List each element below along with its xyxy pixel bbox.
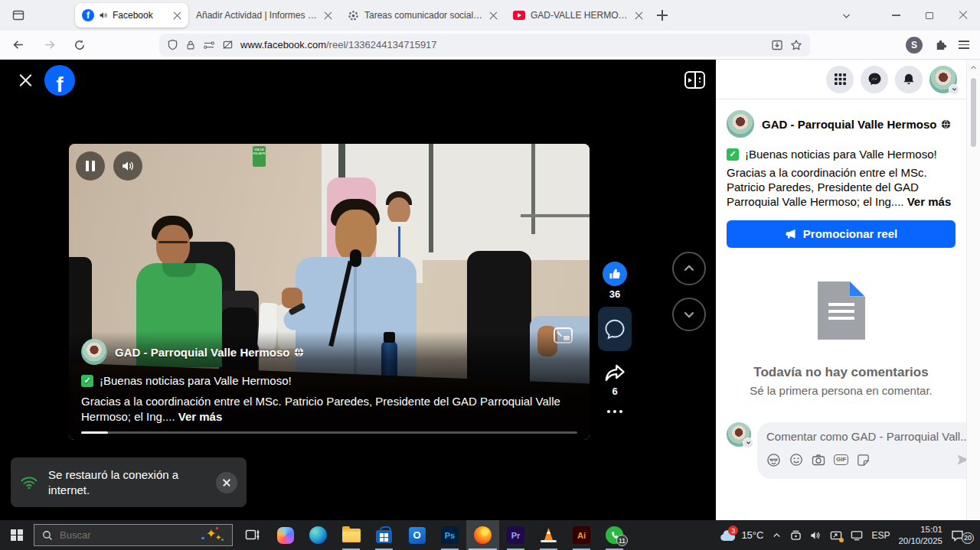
facebook-logo[interactable]: f (44, 65, 75, 96)
account-avatar[interactable] (929, 66, 957, 93)
permissions-icon[interactable] (203, 40, 215, 50)
page-avatar[interactable] (727, 110, 754, 138)
taskbar-icon-photoshop[interactable]: Ps (433, 520, 466, 550)
composer-chevron-icon[interactable] (743, 438, 753, 448)
new-tab-button[interactable] (657, 10, 668, 21)
scrollbar-thumb[interactable] (971, 78, 976, 147)
like-button[interactable] (603, 262, 627, 286)
promote-reel-button[interactable]: Promocionar reel (727, 220, 956, 248)
tray-cast-icon[interactable] (830, 530, 842, 541)
tab-title: Facebook (113, 10, 168, 21)
pause-button[interactable] (76, 151, 105, 181)
taskbar-icon-firefox[interactable] (466, 520, 499, 550)
taskbar-icon-vlc[interactable] (532, 520, 565, 550)
url-text[interactable]: www.facebook.com/reel/1336244134715917 (240, 39, 437, 50)
notifications-button[interactable] (895, 66, 923, 93)
bookmark-star-icon[interactable] (790, 39, 802, 51)
firefox-view-icon[interactable] (8, 5, 29, 26)
start-button[interactable] (0, 520, 34, 550)
close-reel-icon[interactable] (18, 73, 33, 88)
back-button[interactable] (6, 34, 31, 57)
sticker-icon[interactable] (857, 454, 870, 467)
taskbar-icon-file-explorer[interactable] (335, 520, 368, 550)
weather-widget[interactable]: 3 15°C (719, 529, 763, 542)
previous-reel-button[interactable] (672, 252, 706, 285)
taskbar-icon-copilot[interactable] (269, 520, 302, 550)
tab-facebook[interactable]: f Facebook (75, 3, 188, 28)
reel-stage: f VIA DE ESCAPE (0, 60, 716, 520)
escape-route-sign: VIA DE ESCAPE (253, 146, 266, 167)
page-avatar[interactable] (81, 339, 107, 365)
reload-button[interactable] (67, 34, 92, 57)
tab-close-icon[interactable] (324, 11, 332, 20)
share-button[interactable] (603, 362, 626, 383)
taskbar-icon-outlook[interactable]: O (400, 520, 433, 550)
search-input[interactable] (60, 529, 194, 541)
composer-avatar[interactable] (727, 422, 751, 447)
toggle-sidebar-icon[interactable] (684, 71, 705, 89)
emoji-icon[interactable] (789, 453, 803, 467)
tab-close-icon[interactable] (173, 11, 181, 20)
menu-hamburger-icon[interactable] (959, 41, 969, 49)
action-center-button[interactable]: 20 (951, 526, 974, 545)
tab-close-icon[interactable] (489, 11, 498, 20)
volume-button[interactable] (113, 151, 142, 181)
tray-chevron-icon[interactable] (772, 530, 782, 540)
toast-close-button[interactable] (216, 472, 237, 493)
next-reel-button[interactable] (672, 298, 706, 331)
taskbar-icon-illustrator[interactable]: Ai (565, 520, 598, 550)
tab-audio-icon[interactable] (99, 11, 108, 20)
taskbar-icon-edge[interactable] (302, 520, 335, 550)
grid-icon (834, 73, 847, 86)
comment-input[interactable]: Comentar como GAD - Parroquial Vall... G… (757, 422, 979, 479)
window-maximize-button[interactable] (913, 0, 946, 31)
messenger-button[interactable] (861, 66, 888, 93)
window-close-button[interactable] (946, 0, 980, 31)
tab-close-icon[interactable] (635, 11, 643, 20)
tracking-shield-icon[interactable] (167, 39, 178, 50)
reel-video[interactable]: VIA DE ESCAPE (69, 144, 590, 440)
tab-informes[interactable]: Añadir Actividad | Informes Mensua (188, 0, 340, 31)
tab-youtube[interactable]: GAD-VALLE HERMOSO - YouTu (505, 0, 651, 31)
list-all-tabs-icon[interactable] (841, 11, 851, 21)
see-more-link[interactable]: Ver más (907, 195, 952, 208)
taskbar-icon-premiere[interactable]: Pr (499, 520, 532, 550)
apps-menu-button[interactable] (826, 66, 854, 93)
scrollbar-up-icon[interactable] (969, 63, 978, 72)
reel-caption: Gracias a la coordinación entre el MSc. … (81, 394, 577, 424)
see-more-link[interactable]: Ver más (178, 410, 223, 423)
taskbar-icon-task-view[interactable] (236, 520, 269, 550)
panel-scrollbar[interactable] (966, 60, 980, 520)
taskbar-search[interactable]: ✦✦ (34, 524, 233, 546)
clock-widget[interactable]: 15:01 20/10/2025 (898, 524, 942, 547)
toast-message: Se restauró la conexión a internet. (48, 467, 206, 497)
extensions-puzzle-icon[interactable] (934, 38, 947, 51)
language-indicator[interactable]: ESP (871, 530, 890, 541)
taskbar-icon-microsoft-store[interactable] (368, 520, 400, 550)
tray-network-icon[interactable] (851, 530, 863, 541)
megaphone-icon (785, 228, 797, 240)
lock-icon[interactable] (185, 40, 196, 50)
avatar-sticker-icon[interactable] (766, 453, 781, 467)
gif-icon[interactable]: GIF (834, 454, 848, 465)
tray-privacy-icon[interactable] (790, 530, 802, 541)
url-bar[interactable]: www.facebook.com/reel/1336244134715917 (159, 34, 810, 57)
page-name[interactable]: GAD - Parroquial Valle Hermoso (762, 118, 951, 131)
tab-tareas[interactable]: Tareas comunicador social GAD (340, 0, 505, 31)
extension-s-icon[interactable]: S (906, 37, 923, 54)
more-options-icon[interactable] (607, 410, 622, 413)
window-minimize-button[interactable] (879, 0, 913, 31)
comment-button[interactable] (598, 307, 632, 351)
tray-volume-icon[interactable] (810, 530, 822, 541)
camera-icon[interactable] (812, 454, 825, 466)
post-caption: Gracias a la coordinación entre el MSc. … (727, 165, 956, 210)
forward-button[interactable] (37, 34, 61, 57)
url-path: /reel/1336244134715917 (326, 39, 437, 50)
tray-date: 20/10/2025 (898, 535, 942, 547)
autoplay-blocked-icon[interactable] (222, 39, 234, 50)
taskbar-icon-whatsapp[interactable]: 11 (598, 520, 631, 550)
gear-favicon (348, 10, 359, 21)
save-to-pocket-icon[interactable] (771, 39, 783, 51)
progress-bar[interactable] (81, 431, 577, 434)
page-name[interactable]: GAD - Parroquial Valle Hermoso (115, 346, 304, 359)
